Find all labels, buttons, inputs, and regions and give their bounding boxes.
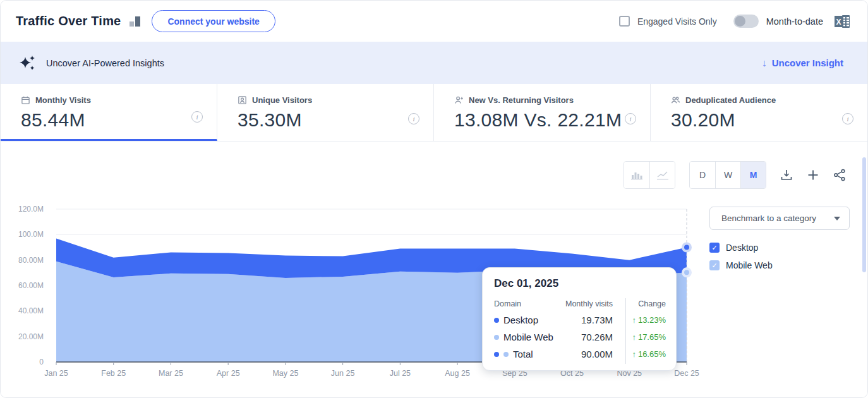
card-monthly-visits[interactable]: Monthly Visits 85.44M i [1, 84, 217, 141]
series-dot [494, 335, 499, 340]
card-new-vs-returning[interactable]: New Vs. Returning Visitors 13.08M Vs. 22… [434, 84, 651, 141]
chevron-down-icon [834, 217, 840, 220]
tooltip-row-mobile-web: Mobile Web70.26M↑17.65% [494, 329, 666, 346]
month-to-date-label: Month-to-date [766, 16, 823, 27]
info-icon[interactable]: i [842, 113, 853, 124]
tooltip-date: Dec 01, 2025 [494, 277, 666, 290]
metric-cards: Monthly Visits 85.44M i Unique Visitors … [1, 84, 867, 142]
change-up-arrow-icon: ↑ [632, 315, 636, 325]
legend-checkbox[interactable]: ✓ [709, 243, 720, 253]
granularity-month[interactable]: M [740, 162, 766, 188]
page-title: Traffic Over Time [16, 14, 121, 28]
engaged-visits-label: Engaged Visits Only [637, 16, 717, 27]
change-up-arrow-icon: ↑ [632, 332, 636, 342]
x-axis-label: Jul 25 [390, 369, 411, 378]
add-icon[interactable] [807, 169, 819, 181]
x-axis-label: Apr 25 [217, 369, 240, 378]
x-axis-label: Feb 25 [101, 369, 126, 378]
granularity-day[interactable]: D [690, 162, 715, 188]
x-axis-label: Aug 25 [445, 369, 470, 378]
line-chart-icon[interactable] [649, 162, 675, 188]
card-unique-visitors[interactable]: Unique Visitors 35.30M i [217, 84, 434, 141]
y-axis-label: 20.00M [18, 332, 44, 341]
tooltip-column-divider [625, 298, 626, 364]
scrollbar-thumb[interactable] [862, 157, 866, 272]
y-axis-label: 0 [39, 358, 44, 366]
users-icon [671, 95, 680, 105]
signal-bars-icon [130, 16, 140, 27]
legend-item-desktop[interactable]: ✓Desktop [709, 239, 850, 256]
ai-insights-bar: Uncover AI-Powered Insights ↓ Uncover In… [1, 42, 867, 84]
info-icon[interactable]: i [191, 111, 203, 123]
deduplicated-audience-value: 30.20M [671, 109, 852, 131]
down-arrow-icon: ↓ [762, 57, 767, 69]
monthly-visits-value: 85.44M [21, 109, 202, 131]
x-axis-label: May 25 [272, 369, 298, 378]
legend-item-mobile-web[interactable]: ✓Mobile Web [709, 256, 850, 274]
x-axis-label: Jun 25 [331, 369, 355, 378]
chart-section: D W M 020.00M40.00M60.00M80.00M100.0M120… [1, 142, 867, 398]
info-icon[interactable]: i [408, 113, 419, 124]
user-plus-icon [454, 95, 464, 105]
y-axis-label: 120.0M [18, 205, 44, 214]
y-axis: 020.00M40.00M60.00M80.00M100.0M120.0M [1, 209, 50, 362]
chart-toolbar: D W M [624, 161, 846, 189]
series-dot [494, 318, 499, 323]
download-icon[interactable] [780, 169, 793, 181]
unique-visitors-value: 35.30M [238, 109, 418, 131]
y-axis-label: 100.0M [18, 230, 44, 239]
x-axis-label: Dec 25 [674, 369, 699, 378]
engaged-visits-checkbox[interactable] [619, 16, 630, 27]
ai-insights-label: Uncover AI-Powered Insights [46, 58, 164, 68]
svg-text:X: X [836, 17, 841, 26]
legend-label: Desktop [726, 243, 758, 253]
sparkles-icon [20, 55, 36, 71]
header: Traffic Over Time Connect your website E… [1, 1, 867, 42]
tooltip-row-total: Total90.00M↑16.65% [494, 346, 666, 363]
tooltip-row-desktop: Desktop19.73M↑13.23% [494, 311, 666, 329]
uncover-insight-button[interactable]: ↓ Uncover Insight [762, 57, 843, 69]
granularity-week[interactable]: W [715, 162, 740, 188]
legend-checkbox[interactable]: ✓ [709, 260, 720, 270]
chart-right-panel: Benchmark to a category ✓Desktop✓Mobile … [709, 207, 850, 274]
card-deduplicated-audience[interactable]: Deduplicated Audience 30.20M i [651, 84, 867, 141]
y-axis-label: 80.00M [18, 256, 44, 265]
tooltip-header-row: Domain Monthly visits Change [494, 296, 666, 311]
connect-website-button[interactable]: Connect your website [152, 10, 275, 32]
chart-tooltip: Dec 01, 2025 Domain Monthly visits Chang… [482, 267, 677, 371]
y-axis-label: 40.00M [18, 306, 44, 315]
change-up-arrow-icon: ↑ [632, 349, 636, 359]
header-controls: Engaged Visits Only Month-to-date X [619, 15, 851, 28]
benchmark-category-dropdown[interactable]: Benchmark to a category [709, 207, 850, 230]
x-axis-label: Jan 25 [44, 369, 68, 378]
legend-label: Mobile Web [726, 260, 773, 270]
granularity-switch: D W M [689, 161, 766, 189]
calendar-icon [21, 95, 30, 105]
y-axis-label: 60.00M [18, 281, 44, 290]
excel-export-icon[interactable]: X [835, 15, 851, 28]
series-dot [503, 352, 509, 357]
new-vs-returning-value: 13.08M Vs. 22.21M [454, 109, 635, 131]
x-axis-label: Mar 25 [159, 369, 183, 378]
month-to-date-toggle[interactable] [733, 15, 759, 28]
series-legend: ✓Desktop✓Mobile Web [709, 239, 850, 274]
series-dot [494, 352, 499, 357]
column-chart-icon[interactable] [624, 162, 649, 188]
traffic-over-time-widget: Traffic Over Time Connect your website E… [0, 0, 868, 398]
share-icon[interactable] [833, 169, 846, 181]
unique-visitor-icon [238, 95, 247, 105]
info-icon[interactable]: i [625, 113, 636, 124]
